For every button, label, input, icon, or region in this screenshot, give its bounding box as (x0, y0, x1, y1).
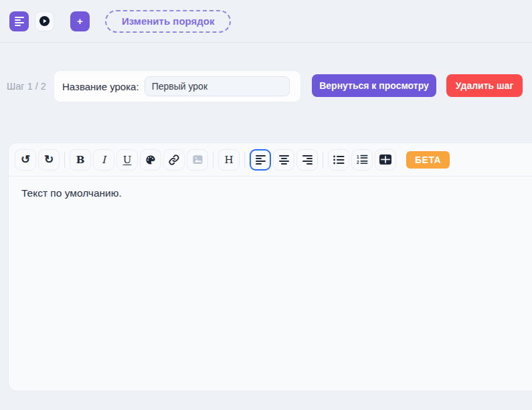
beta-badge: БЕТА (406, 151, 450, 169)
align-right-button[interactable] (296, 149, 318, 171)
redo-icon: ↻ (44, 154, 54, 165)
rich-text-editor-panel: ↺ ↻ B I U (8, 142, 532, 391)
heading-icon: H (224, 154, 233, 166)
image-icon (192, 154, 203, 165)
svg-text:2: 2 (357, 160, 359, 165)
underline-icon: U (123, 154, 132, 166)
editor-text: Текст по умолчанию. (21, 187, 530, 199)
ordered-list-icon: 1 2 (357, 155, 368, 165)
align-left-icon (256, 155, 266, 165)
toolbar-separator (323, 152, 323, 168)
italic-button[interactable]: I (93, 149, 114, 171)
play-button[interactable] (35, 11, 54, 31)
editor-content-area[interactable]: Текст по умолчанию. (9, 177, 532, 391)
bold-icon: B (76, 154, 85, 166)
top-toolbar: + Изменить порядок (0, 0, 532, 43)
align-center-icon (279, 155, 289, 165)
toolbar-separator (244, 152, 245, 168)
lesson-name-card: Название урока: (54, 70, 301, 102)
link-icon (168, 154, 180, 166)
play-circle-icon (39, 15, 50, 27)
text-color-button[interactable] (140, 149, 161, 171)
image-button[interactable] (187, 149, 208, 171)
lesson-name-input[interactable] (145, 76, 290, 96)
align-left-button[interactable] (250, 149, 271, 171)
add-step-button[interactable]: + (70, 11, 90, 31)
undo-icon: ↺ (21, 154, 30, 165)
align-right-icon (302, 155, 313, 165)
bullet-list-button[interactable] (328, 149, 349, 171)
plus-icon: + (77, 16, 83, 26)
palette-icon (145, 155, 156, 165)
redo-button[interactable]: ↻ (38, 149, 60, 171)
svg-text:1: 1 (357, 155, 359, 159)
table-icon (379, 155, 391, 165)
undo-button[interactable]: ↺ (15, 149, 36, 171)
align-center-button[interactable] (273, 149, 294, 171)
reorder-button[interactable]: Изменить порядок (105, 10, 231, 33)
ordered-list-button[interactable]: 1 2 (351, 149, 373, 171)
align-left-lines-icon (15, 17, 24, 26)
bold-button[interactable]: B (70, 149, 91, 171)
back-to-preview-button[interactable]: Вернуться к просмотру (312, 74, 436, 97)
bullet-list-icon (333, 155, 345, 165)
italic-icon: I (102, 154, 106, 166)
toolbar-separator (213, 152, 213, 168)
steps-list-button[interactable] (9, 11, 29, 31)
editor-toolbar: ↺ ↻ B I U (9, 143, 532, 177)
delete-step-button[interactable]: Удалить шаг (446, 74, 523, 97)
lesson-name-label: Название урока: (62, 81, 139, 92)
link-button[interactable] (163, 149, 185, 171)
underline-button[interactable]: U (116, 149, 138, 171)
step-indicator: Шаг 1 / 2 (7, 70, 46, 102)
step-bar: Шаг 1 / 2 Название урока: Вернуться к пр… (0, 70, 532, 102)
toolbar-separator (64, 152, 65, 168)
table-button[interactable] (375, 149, 396, 171)
heading-button[interactable]: H (218, 149, 240, 171)
